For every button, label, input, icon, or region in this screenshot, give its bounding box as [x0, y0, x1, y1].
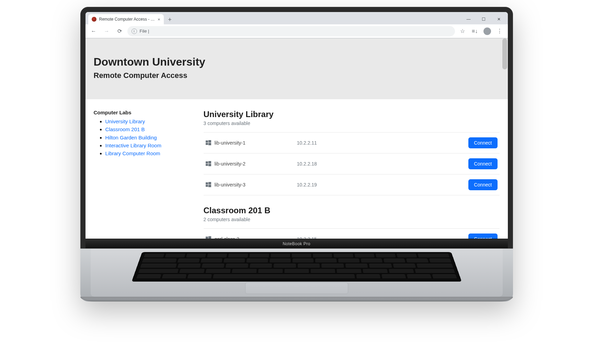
- toolbar-right: ☆ ≡↓ ⋮: [457, 26, 505, 37]
- svg-rect-1: [208, 140, 211, 143]
- new-tab-button[interactable]: +: [165, 15, 175, 24]
- sidebar-link[interactable]: Interactive Library Room: [105, 143, 161, 148]
- sidebar-list: University Library Classroom 201 B Hilto…: [94, 117, 190, 157]
- sidebar-link[interactable]: Classroom 201 B: [105, 126, 145, 132]
- computer-row: lib-university-2 10.2.2.18 Connect: [204, 153, 500, 174]
- laptop-mockup: Remote Computer Access - Dow × + — ☐ ✕ ←…: [80, 7, 513, 302]
- close-tab-icon[interactable]: ×: [158, 17, 160, 22]
- sidebar: Computer Labs University Library Classro…: [94, 110, 190, 239]
- content-wrap: Computer Labs University Library Classro…: [85, 99, 508, 239]
- info-icon: i: [132, 29, 137, 34]
- computer-ip: 10.2.2.18: [290, 161, 469, 167]
- scrollbar-thumb[interactable]: [502, 38, 507, 69]
- laptop-base-plate: [80, 297, 513, 302]
- svg-rect-4: [206, 161, 208, 163]
- browser-toolbar: ← → ⟳ i File | ☆ ≡↓ ⋮: [85, 24, 508, 38]
- computer-name: earl-class-2: [215, 236, 290, 239]
- svg-rect-10: [206, 185, 208, 187]
- connect-button[interactable]: Connect: [468, 179, 497, 190]
- computer-ip: 10.2.2.19: [290, 182, 469, 187]
- trackpad: [245, 282, 348, 294]
- sidebar-title: Computer Labs: [94, 110, 190, 115]
- kebab-menu-icon[interactable]: ⋮: [494, 26, 505, 37]
- lab-section-university-library: University Library 3 computers available…: [204, 110, 500, 195]
- keyboard: [132, 252, 462, 282]
- lab-title: University Library: [204, 110, 500, 119]
- keyboard-deck: [91, 249, 503, 297]
- svg-rect-9: [208, 182, 211, 184]
- computer-row: lib-university-1 10.2.2.11 Connect: [204, 132, 500, 153]
- svg-rect-11: [208, 185, 211, 187]
- computer-row: earl-class-2 10.2.2.15 Connect: [204, 228, 500, 239]
- tab-strip: Remote Computer Access - Dow × + — ☐ ✕: [85, 12, 508, 24]
- computer-ip: 10.2.2.11: [290, 140, 469, 146]
- page-subtitle: Remote Computer Access: [94, 71, 500, 80]
- svg-rect-0: [206, 140, 208, 143]
- favicon-icon: [92, 17, 96, 22]
- connect-button[interactable]: Connect: [468, 234, 497, 239]
- sidebar-item-interactive-library: Interactive Library Room: [105, 141, 190, 149]
- sidebar-link[interactable]: Library Computer Room: [105, 150, 160, 156]
- svg-rect-7: [208, 164, 211, 166]
- page-content: Downtown University Remote Computer Acce…: [85, 38, 508, 239]
- svg-rect-8: [206, 182, 208, 184]
- browser-tab[interactable]: Remote Computer Access - Dow ×: [88, 14, 164, 24]
- windows-icon: [206, 140, 211, 146]
- connect-button[interactable]: Connect: [468, 137, 497, 148]
- hero-banner: Downtown University Remote Computer Acce…: [85, 38, 508, 99]
- lab-subtitle: 2 computers available: [204, 217, 500, 222]
- lab-section-classroom-201-b: Classroom 201 B 2 computers available ea…: [204, 206, 500, 239]
- minimize-icon[interactable]: —: [461, 14, 476, 24]
- computer-name: lib-university-2: [215, 161, 290, 167]
- windows-icon: [206, 236, 211, 239]
- sidebar-item-library-computer: Library Computer Room: [105, 149, 190, 157]
- browser-chrome: Remote Computer Access - Dow × + — ☐ ✕ ←…: [85, 12, 508, 38]
- address-text: File |: [140, 29, 149, 34]
- svg-rect-5: [208, 161, 211, 163]
- laptop-bezel: Remote Computer Access - Dow × + — ☐ ✕ ←…: [80, 7, 513, 249]
- sidebar-item-hilton-garden: Hilton Garden Building: [105, 134, 190, 141]
- svg-rect-12: [206, 237, 208, 239]
- svg-rect-2: [206, 143, 208, 145]
- sidebar-link[interactable]: University Library: [105, 118, 145, 124]
- laptop-base: [80, 249, 513, 302]
- main-column: University Library 3 computers available…: [204, 110, 500, 239]
- reload-icon[interactable]: ⟳: [114, 26, 125, 37]
- lab-subtitle: 3 computers available: [204, 121, 500, 126]
- sidebar-item-university-library: University Library: [105, 117, 190, 125]
- svg-rect-3: [208, 143, 211, 145]
- sidebar-item-classroom-201-b: Classroom 201 B: [105, 125, 190, 133]
- laptop-screen: Remote Computer Access - Dow × + — ☐ ✕ ←…: [85, 12, 508, 239]
- tab-title: Remote Computer Access - Dow: [99, 17, 155, 22]
- maximize-icon[interactable]: ☐: [476, 14, 491, 24]
- back-icon[interactable]: ←: [88, 26, 99, 37]
- computer-row: lib-university-3 10.2.2.19 Connect: [204, 174, 500, 195]
- computer-ip: 10.2.2.15: [290, 236, 469, 239]
- windows-icon: [206, 161, 211, 167]
- window-controls: — ☐ ✕: [461, 14, 508, 24]
- connect-button[interactable]: Connect: [468, 158, 497, 169]
- svg-rect-13: [208, 236, 211, 239]
- laptop-hinge-label: NoteBook Pro: [85, 239, 508, 248]
- lab-title: Classroom 201 B: [204, 206, 500, 215]
- avatar-icon: [483, 27, 491, 35]
- address-bar[interactable]: i File |: [127, 26, 455, 36]
- reading-list-icon[interactable]: ≡↓: [469, 26, 480, 37]
- close-window-icon[interactable]: ✕: [491, 14, 506, 24]
- sidebar-link[interactable]: Hilton Garden Building: [105, 135, 157, 140]
- computer-name: lib-university-3: [215, 182, 290, 187]
- page-title: Downtown University: [94, 56, 500, 68]
- star-icon[interactable]: ☆: [457, 26, 468, 37]
- forward-icon[interactable]: →: [101, 26, 112, 37]
- computer-name: lib-university-1: [215, 140, 290, 146]
- profile-avatar[interactable]: [482, 26, 493, 37]
- windows-icon: [206, 182, 211, 187]
- svg-rect-6: [206, 164, 208, 166]
